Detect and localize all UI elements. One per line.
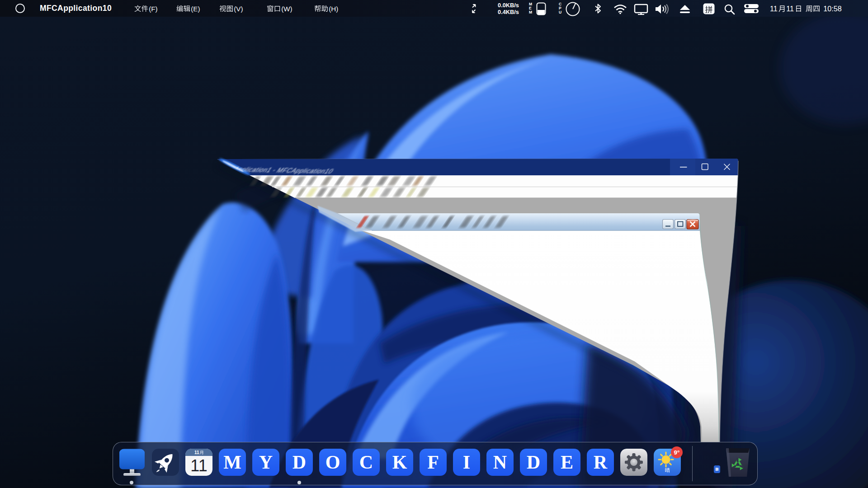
svg-text:10:58: 10:58 — [823, 5, 842, 13]
svg-text:11: 11 — [786, 5, 794, 13]
svg-text:11: 11 — [194, 450, 199, 455]
svg-text:(F): (F) — [149, 5, 157, 13]
svg-text:(E): (E) — [191, 5, 200, 13]
svg-text:(W): (W) — [281, 5, 292, 13]
svg-text:11: 11 — [190, 456, 207, 475]
svg-text:(V): (V) — [234, 5, 243, 13]
svg-text:11: 11 — [770, 5, 778, 13]
svg-text:9°: 9° — [674, 449, 680, 456]
svg-text:(H): (H) — [329, 5, 338, 13]
